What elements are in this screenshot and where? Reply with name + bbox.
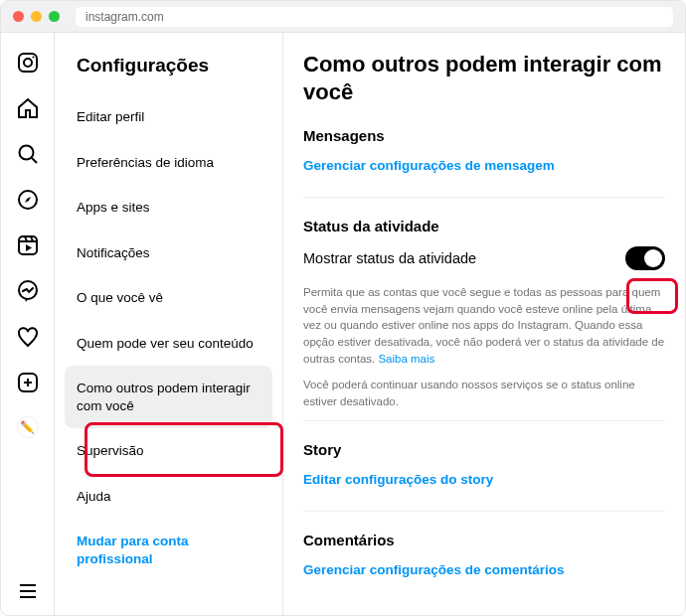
menu-icon[interactable] bbox=[16, 579, 40, 603]
edit-pencil-icon[interactable]: ✏️ bbox=[17, 416, 39, 438]
activity-status-toggle[interactable] bbox=[625, 246, 665, 270]
icon-rail: ✏️ bbox=[1, 33, 55, 615]
messages-icon[interactable] bbox=[16, 279, 40, 303]
learn-more-link[interactable]: Saiba mais bbox=[378, 353, 434, 365]
svg-rect-7 bbox=[19, 236, 37, 254]
maximize-window[interactable] bbox=[49, 11, 60, 22]
minimize-window[interactable] bbox=[31, 11, 42, 22]
window-controls bbox=[13, 11, 60, 22]
settings-nav: Configurações Editar perfil Preferências… bbox=[55, 33, 283, 615]
content-pane: Como outros podem interagir com você Men… bbox=[283, 33, 685, 615]
comments-heading: Comentários bbox=[303, 532, 665, 548]
activity-status-heading: Status da atividade bbox=[303, 218, 665, 234]
activity-status-toggle-row: Mostrar status da atividade bbox=[303, 246, 665, 270]
svg-marker-6 bbox=[25, 197, 31, 203]
browser-chrome: instagram.com bbox=[1, 1, 685, 33]
manage-message-settings-link[interactable]: Gerenciar configurações de mensagem bbox=[303, 158, 555, 173]
section-divider bbox=[303, 420, 665, 421]
nav-language-preferences[interactable]: Preferências de idioma bbox=[65, 140, 272, 186]
nav-who-can-see[interactable]: Quem pode ver seu conteúdo bbox=[65, 321, 272, 367]
manage-comment-settings-link[interactable]: Gerenciar configurações de comentários bbox=[303, 562, 565, 577]
activity-status-help-text-2: Você poderá continuar usando nossos serv… bbox=[303, 377, 665, 409]
reels-icon[interactable] bbox=[16, 233, 40, 257]
instagram-logo-icon[interactable] bbox=[16, 51, 40, 75]
messages-heading: Mensagens bbox=[303, 127, 665, 144]
svg-marker-11 bbox=[26, 244, 32, 251]
svg-line-4 bbox=[32, 158, 37, 163]
nav-switch-account-link[interactable]: Mudar para conta profissional bbox=[65, 519, 272, 581]
svg-rect-0 bbox=[19, 54, 37, 72]
notifications-icon[interactable] bbox=[16, 325, 40, 349]
settings-title: Configurações bbox=[65, 51, 272, 94]
home-icon[interactable] bbox=[16, 96, 40, 120]
search-icon[interactable] bbox=[16, 142, 40, 166]
explore-icon[interactable] bbox=[16, 188, 40, 212]
url-text: instagram.com bbox=[86, 10, 164, 24]
activity-status-toggle-label: Mostrar status da atividade bbox=[303, 250, 476, 266]
url-bar[interactable]: instagram.com bbox=[76, 7, 673, 27]
section-divider bbox=[303, 511, 665, 512]
svg-point-1 bbox=[24, 59, 32, 67]
page-title: Como outros podem interagir com você bbox=[303, 51, 665, 105]
nav-supervision[interactable]: Supervisão bbox=[65, 428, 272, 474]
nav-notifications[interactable]: Notificações bbox=[65, 231, 272, 276]
nav-apps-and-websites[interactable]: Apps e sites bbox=[65, 185, 272, 231]
edit-story-settings-link[interactable]: Editar configurações do story bbox=[303, 472, 493, 487]
svg-point-3 bbox=[19, 146, 33, 160]
svg-point-2 bbox=[32, 57, 34, 59]
create-icon[interactable] bbox=[16, 371, 40, 394]
activity-status-help-text: Permita que as contas que você segue e t… bbox=[303, 284, 665, 367]
story-heading: Story bbox=[303, 441, 665, 458]
nav-what-you-see[interactable]: O que você vê bbox=[65, 275, 272, 321]
nav-how-others-interact[interactable]: Como outros podem interagir com você bbox=[65, 366, 272, 428]
close-window[interactable] bbox=[13, 11, 24, 22]
section-divider bbox=[303, 197, 665, 198]
nav-edit-profile[interactable]: Editar perfil bbox=[65, 94, 272, 140]
nav-help[interactable]: Ajuda bbox=[65, 474, 272, 520]
